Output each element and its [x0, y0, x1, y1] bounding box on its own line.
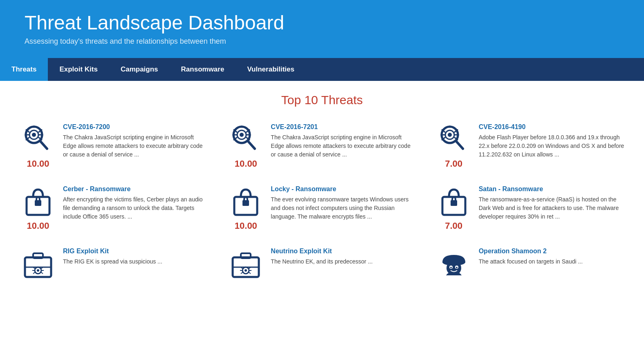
threat-info: CVE-2016-7201The Chakra JavaScript scrip…	[271, 123, 416, 159]
svg-point-30	[448, 133, 452, 137]
bug-search-icon	[22, 123, 54, 156]
threat-card: 10.00CVE-2016-7200The Chakra JavaScript …	[16, 119, 212, 173]
threat-info: Neutrino Exploit KitThe Neutrino EK, and…	[271, 248, 416, 266]
threat-icon-wrap	[20, 248, 56, 280]
threat-card: Operation Shamoon 2The attack focused on…	[432, 243, 628, 284]
threat-score: 7.00	[445, 221, 462, 231]
threat-info: Cerber - RansomwareAfter encrypting the …	[63, 185, 209, 221]
threat-icon-wrap	[227, 248, 264, 280]
svg-line-31	[456, 141, 463, 149]
svg-rect-51	[241, 253, 251, 258]
header: Threat Landscape Dashboard Assessing tod…	[0, 0, 644, 58]
threat-icon-wrap: 7.00	[435, 185, 472, 231]
svg-line-9	[40, 141, 47, 149]
threat-card: RIG Exploit KitThe RIG EK is spread via …	[16, 243, 212, 284]
threat-info: RIG Exploit KitThe RIG EK is spread via …	[63, 248, 209, 266]
nav-item-campaigns[interactable]: Campaigns	[109, 58, 170, 81]
threat-info: Locky - RansomwareThe ever evolving rans…	[271, 185, 416, 221]
svg-line-57	[241, 272, 243, 274]
threat-icon-wrap: 10.00	[227, 123, 264, 169]
threat-icon-wrap: 10.00	[20, 123, 56, 169]
svg-point-54	[245, 269, 247, 272]
threat-info: Operation Shamoon 2The attack focused on…	[479, 248, 624, 266]
page-title: Threat Landscape Dashboard	[25, 12, 619, 34]
threat-desc: The ever evolving ransomware targets Win…	[271, 195, 416, 221]
threat-name[interactable]: Cerber - Ransomware	[63, 185, 209, 193]
nav-item-vulnerabilities[interactable]: Vulnerabilities	[236, 58, 306, 81]
threat-name[interactable]: Neutrino Exploit Kit	[271, 248, 416, 255]
ransomware-icon	[438, 185, 470, 218]
threat-card: 7.00Satan - RansomwareThe ransomware-as-…	[432, 181, 628, 235]
threat-desc: The Chakra JavaScript scripting engine i…	[63, 133, 209, 159]
threat-card: 10.00Cerber - RansomwareAfter encrypting…	[16, 181, 212, 235]
threat-desc: The attack focused on targets in Saudi .…	[479, 257, 624, 266]
svg-point-19	[240, 133, 244, 137]
svg-rect-34	[35, 200, 41, 206]
section-title: Top 10 Threats	[16, 93, 628, 107]
svg-rect-36	[242, 200, 249, 206]
page-subtitle: Assessing today's threats and the relati…	[25, 37, 619, 46]
threat-info: CVE-2016-7200The Chakra JavaScript scrip…	[63, 123, 209, 159]
ransomware-icon	[22, 185, 54, 218]
threat-desc: The ransomware-as-a-service (RaaS) is ho…	[479, 195, 624, 221]
threat-name[interactable]: CVE-2016-4190	[479, 123, 624, 131]
threat-desc: The Chakra JavaScript scripting engine i…	[271, 133, 416, 159]
svg-line-60	[249, 272, 251, 274]
nav-item-ransomware[interactable]: Ransomware	[170, 58, 236, 81]
threat-icon-wrap: 10.00	[227, 185, 264, 231]
svg-point-43	[37, 269, 39, 272]
threat-name[interactable]: Satan - Ransomware	[479, 185, 624, 193]
ransomware-icon	[229, 185, 262, 218]
nav-item-exploit-kits[interactable]: Exploit Kits	[48, 58, 109, 81]
threat-name[interactable]: RIG Exploit Kit	[63, 248, 209, 255]
threat-info: Satan - RansomwareThe ransomware-as-a-se…	[479, 185, 624, 221]
threat-desc: After encrypting the victims files, Cerb…	[63, 195, 209, 221]
svg-rect-38	[451, 200, 457, 206]
svg-line-46	[33, 272, 35, 274]
threat-icon-wrap: 10.00	[20, 185, 56, 231]
threat-score: 10.00	[235, 159, 257, 169]
svg-rect-40	[33, 253, 43, 258]
threat-info: CVE-2016-4190Adobe Flash Player before 1…	[479, 123, 624, 159]
threat-name[interactable]: CVE-2016-7201	[271, 123, 416, 131]
threat-score: 7.00	[445, 159, 462, 169]
threat-card: Neutrino Exploit KitThe Neutrino EK, and…	[224, 243, 420, 284]
threat-name[interactable]: Locky - Ransomware	[271, 185, 416, 193]
threat-icon-wrap: 7.00	[435, 123, 472, 169]
svg-point-66	[456, 267, 458, 268]
svg-point-8	[32, 133, 36, 137]
svg-point-65	[450, 267, 452, 268]
bug-search-icon	[438, 123, 470, 156]
campaign-icon	[438, 248, 470, 280]
bug-search-icon	[229, 123, 262, 156]
nav-bar: Threats Exploit Kits Campaigns Ransomwar…	[0, 58, 644, 81]
nav-item-threats[interactable]: Threats	[0, 58, 48, 81]
threats-grid: 10.00CVE-2016-7200The Chakra JavaScript …	[16, 119, 628, 284]
exploit-kit-icon	[229, 248, 262, 280]
threat-score: 10.00	[235, 221, 257, 231]
threat-name[interactable]: Operation Shamoon 2	[479, 248, 624, 255]
threat-desc: The RIG EK is spread via suspicious ...	[63, 257, 209, 266]
threat-name[interactable]: CVE-2016-7200	[63, 123, 209, 131]
svg-line-49	[41, 272, 43, 274]
main-content: Top 10 Threats 10.00CVE-2016-7200The Cha…	[0, 81, 644, 297]
svg-line-20	[248, 141, 255, 149]
threat-icon-wrap	[435, 248, 472, 280]
threat-score: 10.00	[27, 159, 49, 169]
threat-desc: Adobe Flash Player before 18.0.0.366 and…	[479, 133, 624, 159]
threat-score: 10.00	[27, 221, 49, 231]
threat-card: 10.00CVE-2016-7201The Chakra JavaScript …	[224, 119, 420, 173]
threat-card: 7.00CVE-2016-4190Adobe Flash Player befo…	[432, 119, 628, 173]
exploit-kit-icon	[22, 248, 54, 280]
threat-desc: The Neutrino EK, and its predecessor ...	[271, 257, 416, 266]
threat-card: 10.00Locky - RansomwareThe ever evolving…	[224, 181, 420, 235]
